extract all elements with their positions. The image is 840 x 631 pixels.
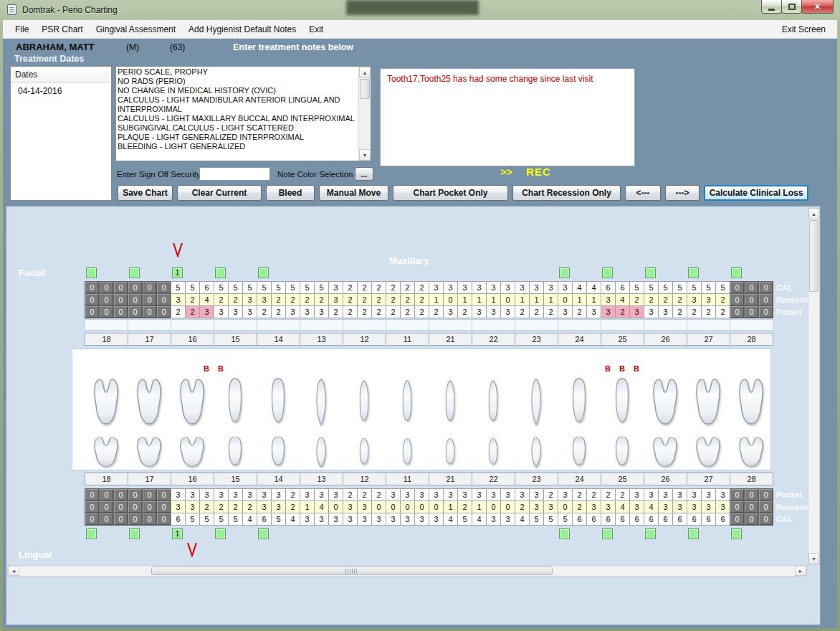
tooth-graphic-lingual[interactable] (396, 433, 419, 470)
perio-cell[interactable]: 3 (543, 281, 558, 294)
perio-cell[interactable]: 1 (429, 293, 444, 306)
perio-cell[interactable]: 0 (113, 513, 128, 526)
perio-cell[interactable]: 2 (586, 488, 601, 501)
tooth-checkbox[interactable] (688, 267, 699, 278)
perio-cell[interactable]: 5 (271, 513, 286, 526)
tooth-number[interactable]: 24 (558, 333, 601, 346)
perio-cell[interactable]: 2 (343, 488, 358, 501)
tooth-checkbox[interactable]: 1 (172, 267, 183, 278)
perio-cell[interactable]: 3 (414, 513, 429, 526)
perio-cell[interactable]: 3 (242, 305, 257, 318)
perio-cell[interactable]: 3 (429, 281, 444, 294)
save-chart-button[interactable]: Save Chart (118, 185, 173, 201)
chart-pocket-only-button[interactable]: Chart Pocket Only (393, 185, 508, 201)
perio-cell[interactable]: 0 (113, 281, 128, 294)
perio-cell[interactable]: 3 (529, 500, 544, 513)
perio-cell[interactable]: 3 (242, 488, 257, 501)
perio-cell[interactable]: 2 (672, 305, 687, 318)
perio-cell[interactable]: 2 (185, 305, 200, 318)
perio-cell[interactable]: 3 (629, 500, 644, 513)
perio-cell[interactable]: 3 (515, 281, 530, 294)
scroll-left-icon[interactable]: ◄ (8, 566, 19, 576)
perio-cell[interactable]: 2 (414, 305, 429, 318)
perio-cell[interactable]: 0 (128, 513, 143, 526)
perio-cell[interactable]: 2 (414, 293, 429, 306)
perio-cell[interactable]: 0 (85, 305, 100, 318)
perio-cell[interactable]: 3 (500, 305, 515, 318)
perio-cell[interactable]: 1 (472, 500, 487, 513)
perio-cell[interactable]: 5 (457, 513, 472, 526)
perio-cell[interactable]: 2 (701, 305, 716, 318)
perio-cell[interactable]: 2 (429, 305, 444, 318)
perio-cell[interactable]: 3 (701, 293, 716, 306)
close-button[interactable]: × (801, 0, 834, 14)
perio-cell[interactable]: 5 (199, 513, 214, 526)
perio-cell[interactable]: 5 (271, 281, 286, 294)
perio-cell[interactable]: 2 (386, 305, 401, 318)
perio-cell[interactable]: 0 (128, 500, 143, 513)
tooth-graphic-lingual[interactable] (309, 433, 333, 470)
perio-cell[interactable]: 0 (113, 293, 128, 306)
perio-cell[interactable]: 0 (156, 293, 171, 306)
perio-cell[interactable]: 0 (386, 500, 401, 513)
tooth-graphic-facial[interactable] (222, 373, 248, 430)
perio-cell[interactable]: 2 (285, 500, 300, 513)
tooth-checkbox[interactable] (688, 528, 699, 539)
tooth-graphic-facial[interactable] (309, 373, 333, 430)
tooth-graphic-lingual[interactable] (482, 433, 505, 470)
perio-cell[interactable]: 0 (142, 513, 157, 526)
perio-cell[interactable]: 2 (515, 500, 530, 513)
minimize-button[interactable] (761, 0, 782, 14)
perio-cell[interactable]: 3 (357, 500, 372, 513)
perio-cell[interactable]: 0 (156, 281, 171, 294)
perio-cell[interactable]: 6 (615, 281, 630, 294)
tooth-number[interactable]: 15 (214, 333, 257, 346)
perio-cell[interactable]: 3 (328, 488, 343, 501)
perio-cell[interactable]: 2 (629, 293, 644, 306)
tooth-checkbox[interactable] (645, 528, 656, 539)
perio-cell[interactable]: 3 (687, 500, 702, 513)
perio-cell[interactable]: 2 (199, 500, 214, 513)
perio-cell[interactable]: 0 (730, 513, 745, 526)
perio-cell[interactable]: 0 (156, 513, 171, 526)
perio-cell[interactable]: 0 (758, 488, 773, 501)
perio-cell[interactable]: 1 (300, 500, 315, 513)
scroll-up-icon[interactable]: ▲ (808, 208, 819, 219)
perio-cell[interactable]: 2 (271, 305, 286, 318)
-button[interactable]: ---> (665, 185, 700, 201)
perio-cell[interactable]: 2 (687, 305, 702, 318)
perio-cell[interactable]: 6 (658, 513, 673, 526)
perio-cell[interactable]: 3 (500, 281, 515, 294)
perio-cell[interactable]: 3 (443, 281, 458, 294)
perio-cell[interactable]: 3 (529, 488, 544, 501)
tooth-checkbox[interactable] (731, 267, 742, 278)
perio-cell[interactable]: 5 (644, 281, 659, 294)
perio-cell[interactable]: 0 (128, 305, 143, 318)
tooth-graphic-facial[interactable] (692, 373, 725, 430)
perio-cell[interactable]: 2 (658, 293, 673, 306)
tooth-graphic-facial[interactable] (90, 373, 123, 430)
perio-cell[interactable]: 1 (457, 293, 472, 306)
scroll-down-icon[interactable]: ▼ (359, 149, 371, 161)
perio-cell[interactable]: 2 (543, 305, 558, 318)
tooth-checkbox[interactable] (258, 267, 269, 278)
tooth-number[interactable]: 23 (515, 473, 558, 485)
perio-cell[interactable]: 2 (357, 305, 372, 318)
tooth-graphic-facial[interactable] (439, 373, 462, 430)
perio-cell[interactable]: 0 (128, 281, 143, 294)
perio-cell[interactable]: 2 (615, 305, 630, 318)
perio-cell[interactable]: 2 (572, 305, 587, 318)
perio-cell[interactable]: 3 (658, 488, 673, 501)
perio-cell[interactable]: 2 (529, 305, 544, 318)
perio-cell[interactable]: 3 (601, 500, 616, 513)
perio-cell[interactable]: 3 (629, 488, 644, 501)
menu-item-file[interactable]: File (9, 21, 35, 38)
perio-cell[interactable]: 0 (429, 500, 444, 513)
perio-cell[interactable]: 3 (644, 305, 659, 318)
perio-cell[interactable]: 1 (543, 293, 558, 306)
perio-cell[interactable]: 3 (257, 488, 272, 501)
tooth-number[interactable]: 25 (601, 473, 644, 485)
tooth-checkbox[interactable] (129, 528, 140, 539)
treatment-note-item[interactable]: PLAQUE - LIGHT GENERALIZED INTERPROXIMAL (118, 133, 357, 142)
perio-cell[interactable]: 5 (629, 281, 644, 294)
